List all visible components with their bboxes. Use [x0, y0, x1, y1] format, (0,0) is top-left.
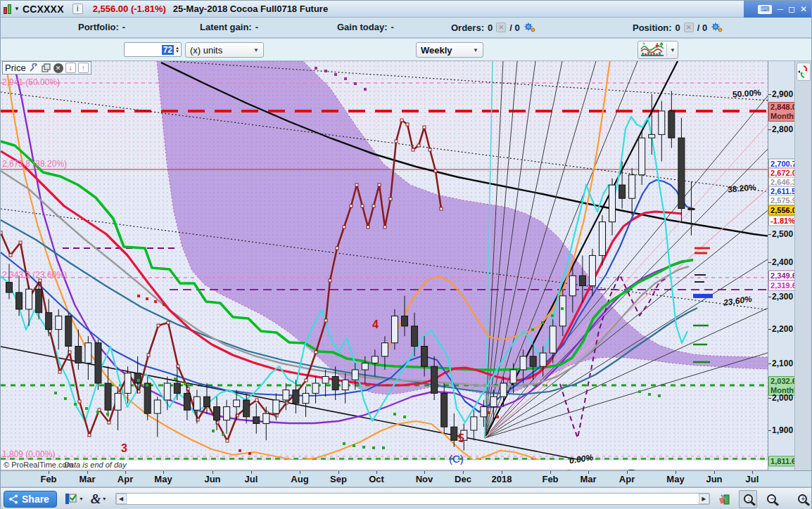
chart-horizontal-scrollbar[interactable]: ◀ ▶: [115, 493, 710, 505]
x-axis-label: 2018: [492, 474, 512, 484]
x-axis-label: Mar: [580, 474, 596, 484]
close-position-icon[interactable]: ✕: [684, 22, 694, 32]
x-axis-label: Mar: [79, 474, 95, 484]
x-axis-label: Oct: [369, 474, 384, 484]
y-axis-label: 2,300: [768, 292, 793, 302]
x-axis-label: Jun: [204, 474, 220, 484]
price-chart: [1, 61, 768, 470]
gain-today-label: Gain today:: [337, 22, 388, 32]
units-count-input[interactable]: 72 ▲▼: [124, 42, 182, 57]
timeframe-value: Weekly: [421, 45, 452, 56]
wrench-icon[interactable]: [28, 63, 39, 73]
chevron-down-icon: ▼: [102, 496, 107, 501]
position-count2: / 0: [697, 22, 707, 33]
x-axis-label: Feb: [542, 474, 558, 484]
bottom-toolbar: Share ▼ &▼ ◀ ▶ ↕ − +: [1, 487, 811, 509]
chart-controls-row: 72 ▲▼ (x) units ▼ Weekly ▼ ▼: [1, 39, 811, 61]
y-axis-label: 2,800: [768, 124, 793, 134]
close-button[interactable]: ✕: [800, 5, 807, 13]
x-axis-label: Jul: [245, 474, 258, 484]
sell-arrow-icon[interactable]: ↓: [65, 63, 76, 73]
zoom-in-icon: +: [798, 494, 807, 503]
minimize-button[interactable]: ─: [777, 5, 783, 13]
gain-today-stat: Gain today: -: [337, 22, 394, 32]
right-side-strip: [794, 61, 811, 470]
latent-gain-stat: Latent gain: -: [200, 22, 258, 32]
y-axis-label: 2,200: [768, 324, 793, 334]
y-axis-label: 2,000: [768, 393, 793, 403]
cancel-orders-icon[interactable]: ✕: [496, 22, 506, 32]
units-mode-value: (x) units: [190, 45, 222, 56]
zoom-in-button[interactable]: +: [793, 490, 811, 508]
chevron-down-icon: ▼: [473, 47, 478, 53]
position-label: Position:: [633, 22, 672, 33]
latent-gain-label: Latent gain:: [200, 22, 252, 32]
x-axis-label: Jun: [706, 474, 722, 484]
chevron-down-icon: ▼: [79, 496, 84, 501]
copy-panel-icon[interactable]: [41, 63, 51, 73]
orders-stat: Orders: 0 ✕ / 0: [451, 22, 536, 33]
x-axis[interactable]: FebMarAprMayJunJulAugSepOctNovDec2018Feb…: [1, 470, 811, 487]
x-axis-label: May: [666, 474, 684, 484]
portfolio-label: Portfolio:: [78, 22, 119, 32]
list-check-icon[interactable]: [64, 492, 78, 506]
x-axis-label: Aug: [291, 474, 308, 484]
position-count: 0: [675, 22, 680, 33]
last-price-change: 2,556.00 (-1.81%): [93, 4, 166, 14]
adjust-tool-icon[interactable]: [716, 490, 734, 508]
gain-today-value: -: [391, 22, 394, 32]
chart-type-icon: [640, 42, 664, 58]
buy-arrow-icon[interactable]: ↑: [78, 63, 89, 73]
keyboard-icon[interactable]: ⌨: [758, 5, 772, 14]
share-button[interactable]: Share: [4, 491, 57, 508]
instrument-candles-icon: [4, 4, 11, 14]
y-axis-label: 1,900: [768, 425, 793, 435]
share-icon: [8, 494, 18, 504]
orders-count: 0: [488, 22, 493, 33]
symbol-name: CCXXXX: [23, 4, 64, 15]
x-axis-label: Sep: [330, 474, 347, 484]
x-axis-label: Feb: [40, 474, 56, 484]
price-panel-toolbar: Price ✕ ↓ ↑: [2, 61, 91, 75]
latent-gain-value: -: [255, 22, 258, 32]
refresh-arrows-icon[interactable]: [797, 63, 811, 81]
portfolio-value: -: [122, 22, 125, 32]
info-button[interactable]: i: [72, 4, 83, 14]
chevron-down-icon: ▼: [253, 47, 259, 53]
link-scales-icon[interactable]: &: [91, 491, 101, 507]
chevron-down-icon: ▼: [666, 44, 675, 56]
chart-canvas[interactable]: 2,941 (50.00%)2,673.8 (38.20%)2,343.3 (2…: [1, 61, 768, 470]
x-axis-label: Jul: [746, 474, 759, 484]
orders-settings-gears-icon[interactable]: [524, 22, 536, 33]
orders-count2: / 0: [509, 22, 519, 33]
share-label: Share: [22, 494, 49, 505]
zoom-select-tool[interactable]: ↕: [739, 490, 757, 508]
chart-type-button[interactable]: ▼: [637, 41, 678, 59]
portfolio-stat: Portfolio: -: [78, 22, 125, 32]
account-stats-row: Portfolio: - Latent gain: - Gain today: …: [1, 18, 811, 39]
window-controls: ⌨ ─ ◻ ✕: [744, 1, 811, 18]
y-axis-label: 2,400: [768, 257, 793, 267]
units-count-value: 72: [162, 45, 174, 55]
close-panel-icon[interactable]: ✕: [53, 63, 63, 73]
y-axis-label: 2,900: [768, 89, 793, 99]
x-axis-label: May: [154, 474, 172, 484]
trading-window: ▼ CCXXXX i 2,556.00 (-1.81%) 25-May-2018…: [0, 0, 812, 509]
timeframe-select[interactable]: Weekly ▼: [416, 42, 483, 58]
position-stat: Position: 0 ✕ / 0: [633, 22, 723, 33]
x-axis-label: Dec: [455, 474, 471, 484]
units-spinner[interactable]: ▲▼: [175, 46, 179, 53]
scroll-right-icon[interactable]: ▶: [699, 494, 709, 504]
x-axis-label: Apr: [118, 474, 133, 484]
y-axis[interactable]: 2,9002,848.00Monthly2,8002,700.712,672.0…: [768, 61, 794, 470]
units-mode-select[interactable]: (x) units ▼: [185, 42, 264, 58]
zoom-arrows-icon: ↕: [744, 494, 753, 503]
scroll-left-icon[interactable]: ◀: [116, 494, 127, 504]
instrument-description: 25-May-2018 Cocoa Full0718 Future: [173, 4, 328, 14]
position-settings-gears-icon[interactable]: [711, 22, 723, 33]
zoom-out-button[interactable]: −: [763, 490, 781, 508]
maximize-button[interactable]: ◻: [788, 5, 795, 13]
x-axis-label: Nov: [416, 474, 433, 484]
symbol-dropdown-arrow[interactable]: ▼: [14, 6, 20, 12]
orders-label: Orders:: [451, 22, 484, 33]
